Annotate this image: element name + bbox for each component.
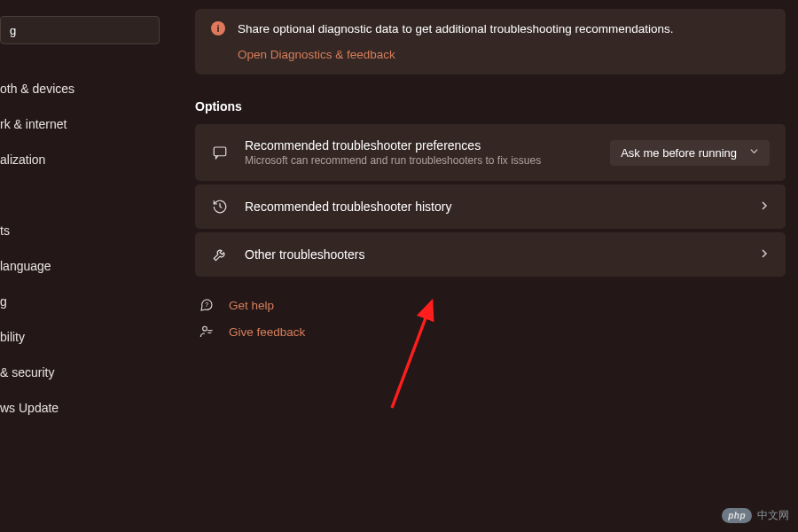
nav-item-windows-update[interactable]: ws Update [0,390,160,426]
nav-label: ts [0,223,10,238]
search-box[interactable] [0,16,160,44]
nav-item-network[interactable]: rk & internet [0,106,160,142]
history-icon [211,199,229,215]
nav-label: alization [0,153,45,167]
nav-label: language [0,259,51,273]
nav-label: & security [0,365,54,379]
dropdown-value: Ask me before running [621,146,737,160]
nav-label: g [0,294,7,309]
wrench-icon [211,246,229,262]
options-heading: Options [195,99,786,113]
nav-item-apps[interactable] [0,177,160,213]
svg-text:?: ? [205,301,208,308]
help-icon: ? [199,298,215,312]
nav-label: rk & internet [0,117,66,131]
svg-point-4 [203,326,207,331]
nav-item-bluetooth[interactable]: oth & devices [0,71,160,106]
chevron-right-icon [759,246,770,262]
nav-item-accounts[interactable]: ts [0,213,160,248]
link-text: Get help [229,299,274,312]
card-title: Recommended troubleshooter history [245,200,743,214]
nav-list: oth & devices rk & internet alization ts… [0,71,160,426]
nav-item-time-language[interactable]: language [0,248,160,284]
open-diagnostics-link[interactable]: Open Diagnostics & feedback [238,48,395,61]
watermark: php 中文网 [722,508,789,523]
link-text: Give feedback [229,325,305,339]
watermark-text: 中文网 [757,508,789,523]
nav-item-personalization[interactable]: alization [0,142,160,177]
chat-icon [211,145,229,160]
card-subtitle: Microsoft can recommend and run troubles… [245,154,594,167]
chevron-down-icon [749,146,759,159]
nav-label: bility [0,330,25,344]
give-feedback-link[interactable]: Give feedback [199,325,786,339]
card-troubleshooter-preferences[interactable]: Recommended troubleshooter preferences M… [195,124,786,181]
footer-links: ? Get help Give feedback [195,298,786,339]
svg-rect-2 [214,147,226,156]
info-icon: i [211,21,225,35]
card-troubleshooter-history[interactable]: Recommended troubleshooter history [195,184,786,229]
nav-item-accessibility[interactable]: bility [0,319,160,355]
main-content: i Share optional diagnostic data to get … [160,0,798,532]
search-input[interactable] [10,24,159,37]
feedback-icon [199,325,215,339]
notice-text: Share optional diagnostic data to get ad… [238,22,674,35]
diagnostic-notice: i Share optional diagnostic data to get … [195,9,786,74]
chevron-right-icon [759,199,770,215]
card-title: Recommended troubleshooter preferences [245,138,594,153]
nav-label: ws Update [0,401,59,415]
preferences-dropdown[interactable]: Ask me before running [610,140,770,166]
nav-label: oth & devices [0,82,74,96]
sidebar: oth & devices rk & internet alization ts… [0,0,160,532]
card-title: Other troubleshooters [245,247,743,262]
get-help-link[interactable]: ? Get help [199,298,786,312]
nav-item-privacy-security[interactable]: & security [0,355,160,390]
watermark-badge: php [722,508,752,523]
nav-item-gaming[interactable]: g [0,284,160,319]
card-other-troubleshooters[interactable]: Other troubleshooters [195,232,786,277]
